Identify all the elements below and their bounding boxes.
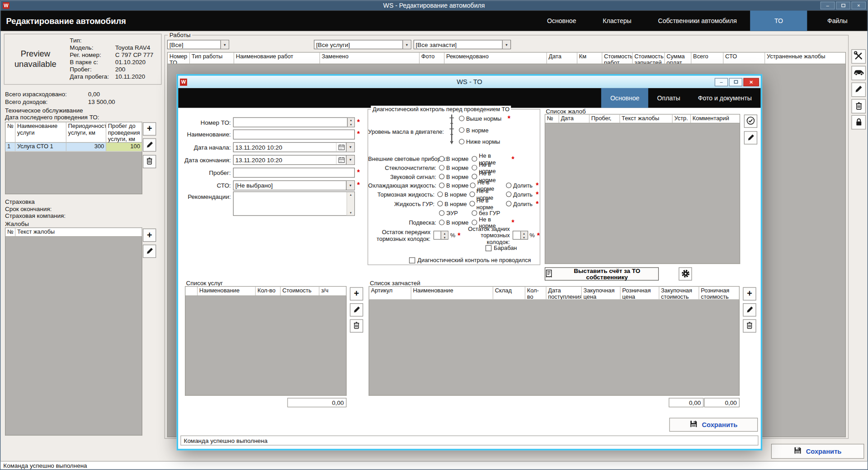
column-header[interactable]: Стоимость запчастей [633,52,665,63]
skip-diagnostics-checkbox[interactable]: Диагностический контроль не проводился [409,257,531,263]
radio-option[interactable]: Долить [506,182,533,189]
chevron-down-icon[interactable]: ▼ [346,155,354,164]
vehicle-button[interactable] [851,66,866,80]
tab-to[interactable]: ТО [750,10,807,31]
radio-option[interactable]: В норме [437,191,468,197]
dialog-save-button[interactable]: Сохранить [669,418,758,432]
column-header[interactable]: Розничная стоимость [699,287,739,299]
drum-checkbox[interactable]: Барабан [486,244,517,251]
window-close-button[interactable]: × [851,2,866,9]
chevron-down-icon[interactable]: ▼ [346,142,354,151]
edit-service-button[interactable] [350,303,363,316]
complaint-edit-button[interactable] [744,131,757,144]
oil-normal-radio[interactable]: В норме [459,127,488,133]
dialog-maximize-button[interactable] [729,78,742,86]
scrollbar[interactable]: ▲▼ [347,192,354,215]
column-header[interactable]: Пробег до проведения услуги, км [106,122,142,142]
column-header[interactable]: Наименование [411,287,493,299]
column-header[interactable]: Кол-во [256,287,281,296]
rear-pads-input[interactable]: ▲▼ [513,231,528,240]
window-maximize-button[interactable] [836,2,850,9]
calendar-icon[interactable] [336,155,346,164]
radio-option[interactable]: В норме [439,155,471,162]
calendar-icon[interactable] [336,142,346,151]
window-minimize-button[interactable]: – [821,2,835,9]
date-end-input[interactable]: 13.11.2020 10:20 ▼ [233,155,355,164]
front-pads-input[interactable]: ▲▼ [433,231,448,240]
lock-work-button[interactable] [851,115,866,130]
edit-complaint-button[interactable] [143,244,156,258]
mileage-input[interactable] [233,167,355,177]
works-filter-parts[interactable]: [Все запчасти] ▼ [414,40,511,49]
column-header[interactable]: Кол-во [525,287,547,299]
complaint-resolve-button[interactable] [744,114,757,127]
tab-main[interactable]: Основное [534,10,590,31]
edit-part-button[interactable] [743,303,756,316]
issue-invoice-button[interactable]: Выставить счёт за ТО собственнику [545,267,659,280]
column-header[interactable]: Закупочная цена [582,287,621,299]
works-filter-type[interactable]: [Все] ▼ [167,40,229,49]
radio-option[interactable]: В норме [439,164,471,171]
column-header[interactable]: Рекомендовано [444,52,547,63]
column-header[interactable]: № [5,122,15,142]
column-header[interactable]: Дата [547,52,577,63]
column-header[interactable]: Периодичность услуги, км [66,122,106,142]
spinner[interactable]: ▲▼ [520,231,528,239]
oil-above-normal-radio[interactable]: Выше нормы [459,115,501,122]
table-row[interactable]: 1 Услуга СТО 1 300 100 [5,143,142,152]
column-header[interactable]: Тип работы [190,52,234,63]
dialog-tab-photos[interactable]: Фото и документы [689,88,760,108]
column-header[interactable]: Закупочная стоимость [659,287,699,299]
tab-clusters[interactable]: Кластеры [590,10,645,31]
column-header[interactable]: з/ч [320,287,346,296]
date-start-input[interactable]: 13.11.2020 10:20 ▼ [233,142,355,152]
add-service-button[interactable]: + [350,287,363,301]
delete-service-button[interactable] [350,320,363,333]
radio-option[interactable]: Долить [506,191,533,197]
spinner[interactable]: ▲▼ [441,231,448,239]
save-button[interactable]: Сохранить [771,444,864,459]
edit-maintenance-service-button[interactable] [143,138,156,151]
column-header[interactable]: Км [577,52,602,63]
column-header[interactable]: № [5,228,15,236]
column-header[interactable]: Наименование [198,287,256,296]
column-header[interactable] [185,287,198,296]
maintenance-tools-button[interactable] [851,49,866,64]
spinner[interactable]: ▲▼ [347,118,354,127]
column-header[interactable]: Номер ТО [168,52,190,63]
add-complaint-button[interactable]: + [143,229,156,242]
column-header[interactable]: Устраненные жалобы [765,52,845,63]
column-header[interactable]: Фото [420,52,444,63]
column-header[interactable]: Артикул [369,287,411,299]
dialog-close-button[interactable]: × [743,78,759,86]
sto-select[interactable]: [Не выбрано] ▼ [233,180,355,190]
column-header[interactable]: Сумма оплат [665,52,692,63]
column-header[interactable]: Склад [493,287,525,299]
dialog-tab-main[interactable]: Основное [601,88,648,108]
delete-work-button[interactable] [851,99,866,113]
column-header[interactable]: Розничная цена [621,287,660,299]
column-header[interactable]: Текст жалобы [15,228,142,236]
dialog-tab-payments[interactable]: Оплаты [648,88,689,108]
column-header[interactable]: Устр. [673,114,691,122]
name-input[interactable] [233,129,355,139]
radio-option[interactable]: Долить [506,200,533,207]
column-header[interactable]: Дата поступления [547,287,582,299]
tab-owners[interactable]: Собственники автомобиля [645,10,750,31]
radio-option[interactable]: В норме [439,182,469,189]
column-header[interactable]: СТО [723,52,765,63]
column-header[interactable]: Стоимость работ [602,52,632,63]
to-number-input[interactable]: ▲▼ [233,117,355,127]
column-header[interactable]: Наименование работ [234,52,320,63]
tab-files[interactable]: Файлы [807,10,868,31]
column-header[interactable]: Стоимость [281,287,320,296]
delete-maintenance-service-button[interactable] [143,155,156,168]
edit-work-button[interactable] [851,82,866,97]
column-header[interactable]: Комментарий [691,114,740,122]
column-header[interactable]: Всего [691,52,723,63]
recommendations-textarea[interactable]: ▲▼ [233,192,355,216]
chevron-down-icon[interactable]: ▼ [346,181,354,190]
column-header[interactable]: Пробег, км [590,114,620,122]
radio-option[interactable]: В норме [437,200,468,207]
delete-part-button[interactable] [743,320,756,333]
